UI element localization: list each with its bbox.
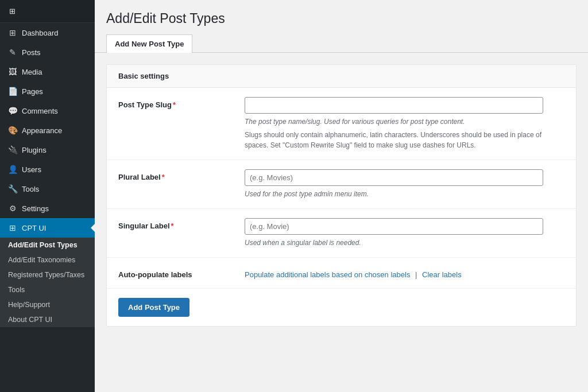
sidebar-item-comments[interactable]: 💬 Comments	[0, 101, 95, 121]
field-row-slug: Post Type Slug* The post type name/slug.…	[107, 88, 576, 160]
sidebar-item-plugins[interactable]: 🔌 Plugins	[0, 140, 95, 160]
singular-label-label: Singular Label*	[118, 218, 233, 230]
sidebar-item-label: Users	[22, 165, 41, 174]
users-icon: 👤	[8, 165, 17, 174]
sidebar-item-label: Plugins	[22, 146, 47, 154]
sidebar-item-label: Tools	[22, 185, 39, 193]
sidebar-item-dashboard[interactable]: ⊞ Dashboard	[0, 23, 95, 42]
tabs-bar: Add New Post Type	[95, 34, 588, 53]
populate-labels-link[interactable]: Populate additional labels based on chos…	[245, 270, 410, 279]
singular-required-star: *	[171, 222, 174, 230]
sidebar-item-cptui[interactable]: ⊞ CPT UI	[0, 218, 95, 238]
submit-area: Add Post Type	[107, 289, 576, 326]
plural-label-hint: Used for the post type admin menu item.	[245, 189, 564, 199]
slug-hint-primary: The post type name/slug. Used for variou…	[245, 117, 564, 127]
sidebar-sub-tools[interactable]: Tools	[0, 282, 95, 297]
sidebar-item-label: CPT UI	[22, 224, 46, 232]
sidebar-item-label: Pages	[22, 87, 43, 96]
pages-icon: 📄	[8, 87, 17, 96]
sidebar-sub-registered-types[interactable]: Registered Types/Taxes	[0, 267, 95, 282]
comments-icon: 💬	[8, 106, 17, 115]
sidebar-item-label: Settings	[22, 204, 49, 213]
auto-populate-field: Populate additional labels based on chos…	[245, 267, 564, 279]
sidebar-sub-help-support[interactable]: Help/Support	[0, 297, 95, 312]
sidebar-item-label: Appearance	[22, 126, 62, 135]
slug-input[interactable]	[245, 97, 543, 114]
tab-add-new-post-type[interactable]: Add New Post Type	[106, 34, 192, 53]
page-header: Add/Edit Post Types	[95, 0, 588, 34]
sidebar-item-label: Posts	[22, 48, 41, 57]
appearance-icon: 🎨	[8, 126, 17, 135]
sidebar-item-label: Comments	[22, 107, 58, 115]
slug-required-star: *	[173, 100, 176, 109]
sidebar-sub-add-edit-taxonomies[interactable]: Add/Edit Taxonomies	[0, 253, 95, 267]
add-post-type-button[interactable]: Add Post Type	[118, 298, 189, 317]
sidebar-submenu: Add/Edit Post Types Add/Edit Taxonomies …	[0, 238, 95, 327]
wp-logo-icon: ⊞	[9, 7, 16, 15]
separator: |	[415, 270, 417, 279]
page-title: Add/Edit Post Types	[106, 10, 577, 28]
sidebar-item-appearance[interactable]: 🎨 Appearance	[0, 121, 95, 140]
clear-labels-link[interactable]: Clear labels	[422, 270, 462, 279]
tools-icon: 🔧	[8, 184, 17, 193]
plural-required-star: *	[162, 173, 165, 181]
sidebar-item-media[interactable]: 🖼 Media	[0, 62, 95, 81]
sidebar-item-label: Media	[22, 68, 42, 76]
content-area: Basic settings Post Type Slug* The post …	[95, 53, 588, 392]
plural-label-input[interactable]	[245, 169, 543, 186]
sidebar-sub-add-edit-post-types[interactable]: Add/Edit Post Types	[0, 238, 95, 253]
field-row-auto-populate: Auto-populate labels Populate additional…	[107, 258, 576, 289]
slug-hint-secondary: Slugs should only contain alphanumeric, …	[245, 130, 564, 150]
sidebar-logo: ⊞	[0, 0, 95, 23]
singular-label-hint: Used when a singular label is needed.	[245, 238, 564, 248]
singular-label-input[interactable]	[245, 218, 543, 235]
singular-label-field: Used when a singular label is needed.	[245, 218, 564, 248]
sidebar-item-label: Dashboard	[22, 29, 59, 37]
plugins-icon: 🔌	[8, 145, 17, 154]
settings-icon: ⚙	[8, 204, 17, 213]
form-card: Basic settings Post Type Slug* The post …	[106, 64, 577, 327]
sidebar-item-posts[interactable]: ✎ Posts	[0, 42, 95, 62]
posts-icon: ✎	[8, 48, 17, 57]
sidebar-item-settings[interactable]: ⚙ Settings	[0, 199, 95, 218]
media-icon: 🖼	[8, 67, 17, 76]
auto-populate-label: Auto-populate labels	[118, 267, 233, 279]
plural-label-field: Used for the post type admin menu item.	[245, 169, 564, 199]
slug-field: The post type name/slug. Used for variou…	[245, 97, 564, 150]
dashboard-icon: ⊞	[8, 28, 17, 37]
slug-label: Post Type Slug*	[118, 97, 233, 109]
main-content: Add/Edit Post Types Add New Post Type Ba…	[95, 0, 588, 392]
sidebar-item-users[interactable]: 👤 Users	[0, 160, 95, 179]
sidebar-item-pages[interactable]: 📄 Pages	[0, 81, 95, 101]
plural-label-label: Plural Label*	[118, 169, 233, 181]
sidebar: ⊞ ⊞ Dashboard ✎ Posts 🖼 Media 📄 Pages 💬 …	[0, 0, 95, 392]
section-header-basic-settings: Basic settings	[107, 65, 576, 88]
sidebar-item-tools[interactable]: 🔧 Tools	[0, 179, 95, 199]
field-row-plural-label: Plural Label* Used for the post type adm…	[107, 160, 576, 209]
field-row-singular-label: Singular Label* Used when a singular lab…	[107, 209, 576, 258]
cptui-icon: ⊞	[8, 223, 17, 232]
sidebar-sub-about-cpt-ui[interactable]: About CPT UI	[0, 312, 95, 327]
